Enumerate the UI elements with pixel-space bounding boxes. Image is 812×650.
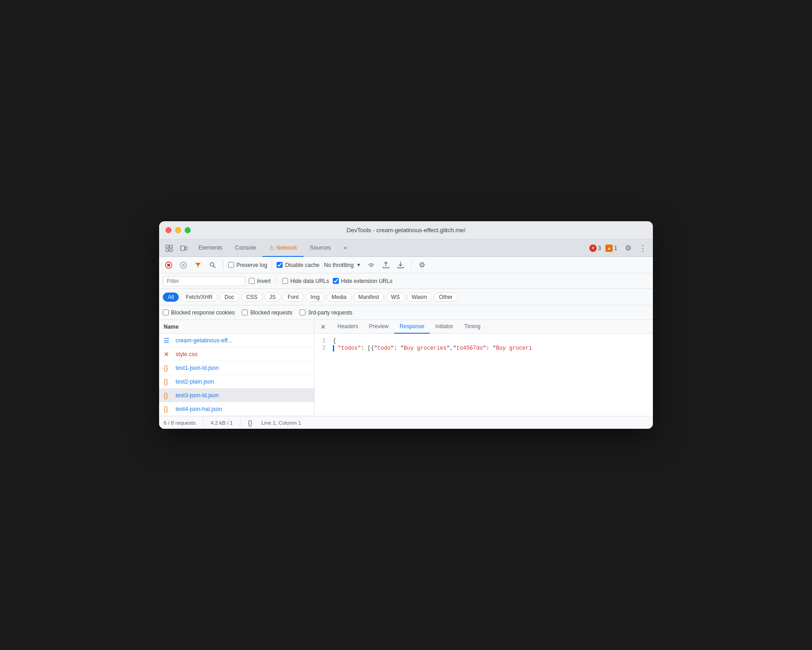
warning-badge: ▲ 1 [605, 245, 617, 252]
invert-label[interactable]: Invert [249, 278, 271, 284]
file-list: Name ☰cream-gelatinous-eff...✕style.css{… [159, 320, 315, 416]
response-tabs: ✕ Headers Preview Response Initiator Tim… [315, 320, 653, 334]
more-options-icon[interactable]: ⋮ [636, 242, 649, 255]
test1-name: test1-json-ld.json [176, 365, 219, 371]
file-item-test4[interactable]: {}test4-json-hal.json [159, 402, 314, 416]
tab-bar: Elements Console ⚠ Network Sources » ✕ 3 [159, 240, 653, 257]
filter-bar: Invert Hide data URLs Hide extension URL… [159, 273, 653, 289]
filter-btn-img[interactable]: Img [305, 293, 325, 302]
filter-btn-all[interactable]: All [163, 293, 179, 302]
filter-btn-media[interactable]: Media [326, 293, 352, 302]
separator-3 [411, 261, 411, 270]
tab-response[interactable]: Response [394, 320, 430, 334]
filter-btn-fetch-xhr[interactable]: Fetch/XHR [181, 293, 218, 302]
hide-extension-urls-label[interactable]: Hide extension URLs [333, 278, 393, 284]
filter-btn-font[interactable]: Font [283, 293, 304, 302]
file-item-style-css[interactable]: ✕style.css [159, 347, 314, 361]
tab-timing[interactable]: Timing [459, 320, 486, 334]
file-list-items: ☰cream-gelatinous-eff...✕style.css{}test… [159, 334, 314, 416]
file-item-test3[interactable]: {}test3-json-ld.json [159, 389, 314, 402]
error-badge: ✕ 3 [589, 245, 601, 252]
transfer-size: 4.2 kB / 1 [211, 420, 233, 426]
filter-btn-doc[interactable]: Doc [219, 293, 239, 302]
inspect-icon[interactable] [163, 242, 176, 255]
filter-btn-js[interactable]: JS [264, 293, 281, 302]
blocked-cookies-label[interactable]: Blocked response cookies [163, 309, 235, 316]
tab-elements[interactable]: Elements [192, 240, 229, 257]
minimize-button[interactable] [175, 227, 181, 233]
clear-icon[interactable] [177, 259, 189, 271]
filter-btn-css[interactable]: CSS [241, 293, 262, 302]
blocked-requests-label[interactable]: Blocked requests [242, 309, 292, 316]
status-bar: 6 / 8 requests 4.2 kB / 1 {} Line 1, Col… [159, 416, 653, 429]
third-party-checkbox[interactable] [299, 309, 305, 315]
blocked-requests-checkbox[interactable] [242, 309, 248, 315]
file-list-header: Name [159, 320, 314, 334]
filter-icon[interactable] [192, 259, 204, 271]
test1-icon: {} [164, 364, 172, 372]
action-toolbar: Preserve log Disable cache No throttling… [159, 257, 653, 273]
cream-icon: ☰ [164, 337, 172, 344]
line-content-1: { [333, 338, 336, 344]
maximize-button[interactable] [185, 227, 191, 233]
svg-point-11 [210, 262, 214, 266]
checkbox-row: Blocked response cookies Blocked request… [159, 305, 653, 320]
tab-network[interactable]: ⚠ Network [262, 240, 304, 257]
device-mode-icon[interactable] [177, 242, 190, 255]
svg-rect-0 [166, 245, 169, 248]
warning-badge-icon: ▲ [605, 245, 613, 252]
cursor-position: Line 1, Column 1 [262, 420, 301, 426]
filter-btn-other[interactable]: Other [434, 293, 458, 302]
hide-data-urls-label[interactable]: Hide data URLs [282, 278, 329, 284]
svg-rect-3 [170, 249, 172, 251]
throttle-select[interactable]: No throttling ▼ [322, 261, 363, 269]
search-icon[interactable] [207, 259, 219, 271]
code-line-2: 2 "todos": [{"todo": "Buy groceries","to… [315, 345, 653, 352]
test4-icon: {} [164, 405, 172, 413]
hide-data-urls-checkbox[interactable] [282, 278, 288, 284]
test2-name: test2-plain.json [176, 378, 214, 385]
filter-btn-wasm[interactable]: Wasm [407, 293, 433, 302]
preserve-log-label[interactable]: Preserve log [228, 262, 267, 268]
tab-headers[interactable]: Headers [332, 320, 363, 334]
close-button[interactable] [166, 227, 171, 233]
disable-cache-label[interactable]: Disable cache [277, 262, 319, 268]
download-icon[interactable] [395, 259, 406, 271]
file-item-test2[interactable]: {}test2-plain.json [159, 375, 314, 389]
chevron-down-icon: ▼ [356, 262, 361, 267]
tab-preview[interactable]: Preview [363, 320, 394, 334]
status-separator-1 [203, 419, 203, 426]
svg-rect-4 [181, 246, 185, 250]
tab-sources[interactable]: Sources [304, 240, 337, 257]
main-content: Name ☰cream-gelatinous-eff...✕style.css{… [159, 320, 653, 416]
filter-input[interactable] [163, 276, 245, 286]
file-item-test1[interactable]: {}test1-json-ld.json [159, 361, 314, 375]
separator-2 [272, 261, 272, 270]
separator-filter [276, 277, 277, 286]
devtools-window: DevTools - cream-gelatinous-effect.glitc… [159, 221, 653, 429]
network-settings-icon[interactable]: ⚙ [416, 259, 428, 271]
tab-initiator[interactable]: Initiator [430, 320, 459, 334]
upload-icon[interactable] [380, 259, 392, 271]
third-party-label[interactable]: 3rd-party requests [299, 309, 352, 316]
invert-checkbox[interactable] [249, 278, 255, 284]
svg-rect-1 [170, 245, 172, 248]
wifi-icon[interactable] [365, 259, 377, 271]
settings-icon[interactable]: ⚙ [622, 242, 635, 255]
line-number-2: 2 [315, 345, 333, 352]
tab-console[interactable]: Console [229, 240, 262, 257]
blocked-cookies-checkbox[interactable] [163, 309, 169, 315]
disable-cache-checkbox[interactable] [277, 262, 283, 268]
filter-btn-ws[interactable]: WS [386, 293, 405, 302]
filter-btn-manifest[interactable]: Manifest [353, 293, 384, 302]
hide-extension-urls-checkbox[interactable] [333, 278, 339, 284]
stop-recording-icon[interactable] [163, 259, 175, 271]
file-item-cream[interactable]: ☰cream-gelatinous-eff... [159, 334, 314, 347]
close-panel-button[interactable]: ✕ [318, 322, 328, 332]
tab-more[interactable]: » [337, 240, 353, 257]
line-bar [333, 345, 334, 352]
preserve-log-checkbox[interactable] [228, 262, 234, 268]
title-bar: DevTools - cream-gelatinous-effect.glitc… [159, 221, 653, 240]
test2-icon: {} [164, 378, 172, 385]
line-content-2: "todos": [{"todo": "Buy groceries","to45… [338, 345, 532, 352]
